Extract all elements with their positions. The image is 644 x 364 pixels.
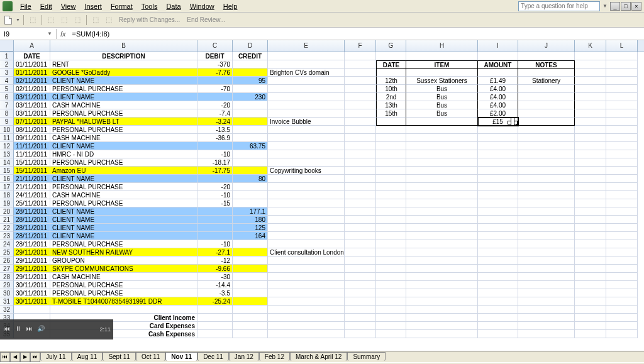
cell[interactable] bbox=[575, 183, 606, 191]
cell[interactable] bbox=[268, 142, 345, 150]
cell[interactable]: 30/11/2011 bbox=[14, 289, 50, 297]
cell[interactable] bbox=[518, 167, 575, 175]
cell[interactable] bbox=[233, 322, 268, 330]
sheet-tab[interactable]: March & April 12 bbox=[290, 352, 347, 361]
cell[interactable] bbox=[606, 281, 638, 289]
cell[interactable]: HMRC - NI DD bbox=[50, 150, 197, 158]
cell[interactable] bbox=[345, 240, 376, 248]
cell[interactable] bbox=[518, 232, 575, 240]
cell[interactable] bbox=[478, 191, 518, 199]
cell[interactable] bbox=[406, 52, 478, 60]
cell[interactable]: CLIENT NAME bbox=[50, 207, 197, 216]
cell[interactable] bbox=[478, 273, 518, 281]
cell[interactable] bbox=[606, 126, 638, 134]
fx-icon[interactable]: fx bbox=[57, 30, 70, 38]
cell[interactable]: -10 bbox=[197, 240, 233, 248]
cell[interactable] bbox=[376, 216, 406, 224]
menu-window[interactable]: Window bbox=[186, 1, 218, 11]
cell[interactable] bbox=[406, 224, 478, 232]
end-review-button[interactable]: End Review... bbox=[184, 16, 228, 23]
cell[interactable]: 63.75 bbox=[233, 142, 268, 150]
cell[interactable] bbox=[478, 158, 518, 167]
cell[interactable] bbox=[345, 256, 376, 265]
cell[interactable]: Invoice Bubble bbox=[268, 118, 345, 126]
cell[interactable] bbox=[518, 191, 575, 199]
cell[interactable] bbox=[478, 322, 518, 330]
cell[interactable] bbox=[268, 175, 345, 183]
cell[interactable] bbox=[197, 77, 233, 85]
row-header[interactable]: 6 bbox=[0, 93, 14, 101]
cell[interactable] bbox=[575, 77, 606, 85]
cell[interactable] bbox=[406, 69, 478, 77]
menu-edit[interactable]: Edit bbox=[36, 1, 56, 11]
cell[interactable]: 15/11/2011 bbox=[14, 158, 50, 167]
cell[interactable] bbox=[518, 207, 575, 216]
cell[interactable] bbox=[233, 109, 268, 118]
cell[interactable] bbox=[478, 330, 518, 338]
cell[interactable] bbox=[518, 216, 575, 224]
cell[interactable]: PERSONAL PURCHASE bbox=[50, 281, 197, 289]
cell[interactable] bbox=[406, 191, 478, 199]
cell[interactable] bbox=[575, 126, 606, 134]
cell[interactable]: 80 bbox=[233, 175, 268, 183]
toolbar-btn-4[interactable]: ⬚ bbox=[58, 14, 70, 26]
cell[interactable]: 21/11/2011 bbox=[14, 175, 50, 183]
cell[interactable] bbox=[478, 224, 518, 232]
sheet-tab[interactable]: Jan 12 bbox=[229, 352, 259, 361]
cell[interactable]: DESCRIPTION bbox=[50, 52, 197, 60]
cell[interactable] bbox=[575, 142, 606, 150]
cell[interactable] bbox=[406, 150, 478, 158]
cell[interactable] bbox=[406, 167, 478, 175]
cell[interactable] bbox=[606, 52, 638, 60]
cell[interactable]: 28/11/2011 bbox=[14, 232, 50, 240]
cell[interactable] bbox=[478, 134, 518, 142]
cell[interactable] bbox=[376, 289, 406, 297]
cell[interactable] bbox=[376, 265, 406, 273]
cell[interactable] bbox=[376, 69, 406, 77]
cell[interactable] bbox=[606, 118, 638, 126]
cell[interactable]: 10th bbox=[376, 85, 406, 93]
row-header[interactable]: 24 bbox=[0, 240, 14, 248]
col-header-K[interactable]: K bbox=[575, 40, 606, 52]
cell[interactable]: CLIENT NAME bbox=[50, 93, 197, 101]
cell[interactable]: PERSONAL PURCHASE bbox=[50, 126, 197, 134]
cell[interactable]: 01/11/2011 bbox=[14, 60, 50, 69]
cell[interactable] bbox=[233, 248, 268, 256]
cell[interactable]: £4.00 bbox=[478, 93, 518, 101]
cell[interactable] bbox=[406, 216, 478, 224]
cell[interactable]: Bus bbox=[406, 109, 478, 118]
cell[interactable] bbox=[376, 175, 406, 183]
cell[interactable] bbox=[606, 109, 638, 118]
cell[interactable] bbox=[518, 297, 575, 306]
cell[interactable] bbox=[575, 60, 606, 69]
cell[interactable] bbox=[268, 216, 345, 224]
cell[interactable]: -20 bbox=[197, 183, 233, 191]
cell[interactable]: £2.00 bbox=[478, 109, 518, 118]
cell[interactable]: CASH MACHINE bbox=[50, 273, 197, 281]
cell[interactable] bbox=[406, 175, 478, 183]
cell[interactable]: CLIENT NAME bbox=[50, 175, 197, 183]
row-header[interactable]: 1 bbox=[0, 52, 14, 60]
cell[interactable] bbox=[518, 118, 575, 126]
cell[interactable]: 03/11/2011 bbox=[14, 109, 50, 118]
cell[interactable]: ITEM bbox=[406, 60, 478, 69]
cell[interactable]: CASH MACHINE bbox=[50, 191, 197, 199]
cell[interactable] bbox=[575, 297, 606, 306]
cell[interactable] bbox=[233, 118, 268, 126]
cell[interactable] bbox=[575, 93, 606, 101]
cell[interactable]: 07/11/2011 bbox=[14, 118, 50, 126]
cell[interactable] bbox=[575, 191, 606, 199]
tab-nav-first[interactable]: ⏮ bbox=[0, 352, 10, 362]
cell[interactable] bbox=[606, 256, 638, 265]
cell[interactable]: -370 bbox=[197, 60, 233, 69]
menu-tools[interactable]: Tools bbox=[138, 1, 162, 11]
cell[interactable] bbox=[478, 297, 518, 306]
media-prev-button[interactable]: ⏮ bbox=[3, 325, 11, 334]
cell[interactable] bbox=[268, 256, 345, 265]
cell[interactable] bbox=[518, 289, 575, 297]
cell[interactable]: NEW SOUTHERN RAILWAY bbox=[50, 248, 197, 256]
cell[interactable] bbox=[606, 330, 638, 338]
cell[interactable] bbox=[268, 191, 345, 199]
row-header[interactable]: 28 bbox=[0, 273, 14, 281]
cell[interactable] bbox=[268, 289, 345, 297]
